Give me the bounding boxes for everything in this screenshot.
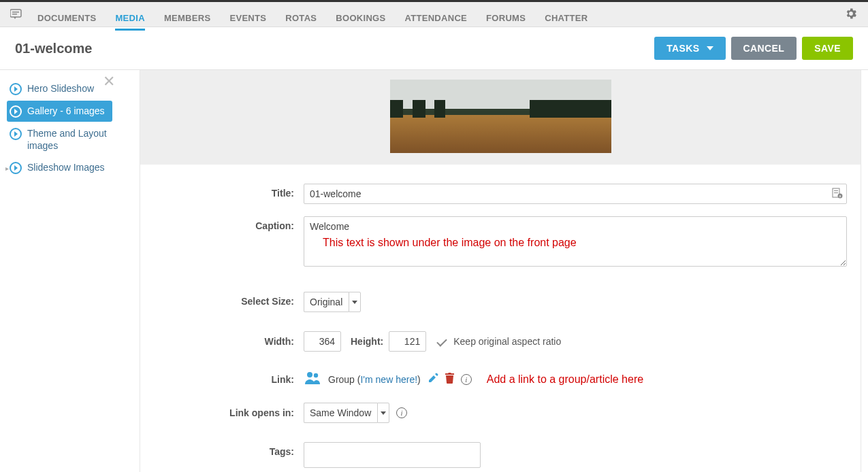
caption-textarea[interactable] [304, 216, 847, 267]
play-icon [10, 83, 22, 95]
height-input[interactable] [389, 331, 426, 352]
caption-label: Caption: [154, 216, 304, 231]
field-extra-icon[interactable]: a [832, 188, 843, 201]
svg-text:a: a [839, 194, 841, 198]
title-input[interactable] [304, 184, 847, 204]
top-nav: DOCUMENTS MEDIA MEMBERS EVENTS ROTAS BOO… [0, 0, 868, 27]
chevron-down-icon [707, 46, 713, 50]
image-preview[interactable] [390, 80, 611, 153]
nav-events[interactable]: EVENTS [229, 6, 266, 31]
save-button[interactable]: SAVE [802, 37, 853, 60]
svg-rect-0 [10, 10, 21, 17]
sidebar-item-gallery[interactable]: Gallery - 6 images [7, 101, 112, 122]
svg-point-8 [307, 372, 312, 377]
sidebar-item-label: Gallery - 6 images [27, 105, 105, 117]
link-label: Link: [154, 374, 304, 385]
select-size-dropdown[interactable]: Original [304, 292, 349, 312]
svg-rect-4 [834, 190, 838, 191]
image-preview-area [140, 70, 861, 165]
height-label: Height: [351, 336, 383, 347]
nav-rotas[interactable]: ROTAS [285, 6, 317, 31]
link-target-text: Group (I'm new here!) [328, 374, 421, 385]
aspect-ratio-checkbox[interactable] [436, 337, 449, 346]
sidebar-item-hero-slideshow[interactable]: Hero Slideshow [7, 78, 112, 99]
play-icon [10, 128, 22, 140]
nav-chatter[interactable]: CHATTER [545, 6, 588, 31]
close-sidebar-icon[interactable]: ✕ [103, 73, 115, 90]
page-title: 01-welcome [15, 41, 649, 56]
title-label: Title: [154, 184, 304, 199]
link-target-link[interactable]: I'm new here! [360, 374, 417, 385]
width-input[interactable] [304, 331, 341, 352]
tags-label: Tags: [154, 442, 304, 457]
link-opens-dropdown[interactable]: Same Window [304, 403, 377, 423]
select-size-label: Select Size: [154, 292, 304, 307]
play-icon [10, 162, 22, 174]
cancel-button[interactable]: CANCEL [731, 37, 797, 60]
settings-gear-icon[interactable] [844, 7, 858, 22]
brand-icon [10, 8, 24, 21]
svg-rect-1 [12, 12, 19, 13]
width-label: Width: [154, 336, 304, 347]
tags-input[interactable] [304, 442, 481, 468]
info-icon[interactable]: i [396, 407, 407, 418]
link-annotation: Add a link to a group/article here [487, 373, 643, 386]
link-opens-label: Link opens in: [154, 407, 304, 418]
tasks-button[interactable]: TASKS [654, 37, 725, 60]
nav-documents[interactable]: DOCUMENTS [37, 6, 96, 31]
sidebar-item-slideshow-images[interactable]: ▸ Slideshow Images [7, 157, 112, 178]
sidebar-item-label: Hero Slideshow [27, 82, 94, 95]
dropdown-caret-icon[interactable] [377, 403, 389, 423]
nav-attendance[interactable]: ATTENDANCE [405, 6, 468, 31]
aspect-ratio-label: Keep original aspect ratio [453, 336, 561, 347]
title-bar: 01-welcome TASKS CANCEL SAVE [0, 27, 868, 70]
nav-media[interactable]: MEDIA [115, 6, 144, 31]
svg-point-9 [314, 373, 318, 377]
sidebar-item-label: Theme and Layout images [27, 127, 110, 152]
play-icon [10, 105, 22, 118]
sidebar-item-label: Slideshow Images [27, 161, 105, 173]
delete-link-icon[interactable] [445, 373, 454, 386]
sidebar: ✕ Hero Slideshow Gallery - 6 images Them… [0, 70, 119, 472]
editor-panel: Title: a Caption: This text is shown und… [140, 70, 861, 472]
nav-bookings[interactable]: BOOKINGS [336, 6, 385, 31]
nav-members[interactable]: MEMBERS [164, 6, 211, 31]
expand-icon[interactable]: ▸ [5, 165, 9, 172]
edit-link-icon[interactable] [428, 373, 438, 386]
group-icon [304, 371, 321, 388]
sidebar-item-theme-layout[interactable]: Theme and Layout images [7, 123, 112, 156]
info-icon[interactable]: i [461, 374, 472, 385]
svg-rect-5 [834, 192, 838, 193]
svg-rect-2 [12, 14, 17, 15]
dropdown-caret-icon[interactable] [349, 292, 361, 312]
nav-forums[interactable]: FORUMS [486, 6, 526, 31]
